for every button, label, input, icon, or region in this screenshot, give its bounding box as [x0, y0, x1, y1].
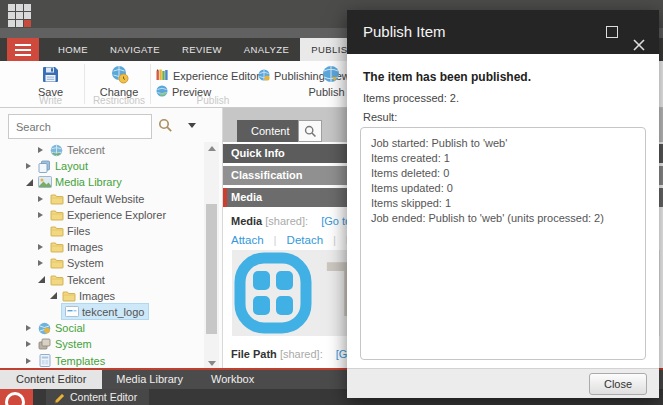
publish-message: The item has been published.	[363, 70, 531, 84]
save-button[interactable]: Save	[28, 64, 73, 98]
folder-icon	[49, 241, 64, 254]
publish-item-dialog: Publish Item The item has been published…	[347, 10, 659, 398]
editor-search-button[interactable]	[298, 120, 322, 142]
tree-item-tekcent-site[interactable]: Tekcent	[0, 142, 204, 158]
collapse-icon[interactable]	[38, 276, 49, 283]
scroll-up-icon[interactable]	[204, 142, 219, 155]
sitecore-circle-icon	[5, 392, 25, 405]
search-input[interactable]	[8, 114, 152, 139]
templates-icon	[37, 354, 52, 367]
content-tree: Tekcent Layout Media Library Default Web…	[0, 142, 204, 368]
folder-icon	[49, 273, 64, 286]
expand-icon[interactable]	[38, 260, 49, 266]
tree-search-row	[0, 112, 222, 142]
folder-icon	[49, 225, 64, 238]
tab-analyze[interactable]: ANALYZE	[233, 38, 300, 61]
log-line: Items updated: 0	[371, 181, 635, 196]
experience-editor-button[interactable]: Experience Editor	[156, 69, 260, 83]
tree-item-media-library[interactable]: Media Library	[0, 174, 204, 190]
selected-tree-item[interactable]: tekcent_logo	[62, 304, 148, 319]
tekcent-logo-image	[234, 252, 312, 334]
log-line: Items skipped: 1	[371, 196, 635, 211]
system-icon	[37, 338, 52, 351]
apptab-workbox[interactable]: Workbox	[197, 370, 268, 389]
close-button[interactable]: Close	[589, 373, 647, 395]
folder-icon	[61, 289, 76, 302]
attach-link[interactable]: Attach	[231, 234, 264, 246]
dialog-body: The item has been published. Items proce…	[347, 54, 659, 368]
tree-scrollbar[interactable]	[204, 142, 219, 370]
sitecore-start-button[interactable]	[0, 389, 33, 405]
apptab-media-library[interactable]: Media Library	[102, 370, 197, 389]
tree-item-system-folder[interactable]: System	[0, 255, 204, 271]
pencil-icon	[54, 392, 65, 405]
search-icon[interactable]	[158, 118, 173, 137]
preview-icon	[156, 85, 168, 99]
expand-icon[interactable]	[38, 196, 49, 202]
tree-item-system[interactable]: System	[0, 336, 204, 352]
dialog-footer: Close	[347, 368, 659, 398]
apptab-content-editor[interactable]: Content Editor	[0, 370, 102, 389]
expand-icon[interactable]	[38, 212, 49, 218]
tree-item-templates[interactable]: Templates	[0, 352, 204, 368]
expand-icon[interactable]	[26, 341, 37, 347]
save-icon	[28, 64, 73, 84]
expand-icon[interactable]	[26, 358, 37, 364]
expand-icon[interactable]	[26, 325, 37, 331]
layout-icon	[37, 160, 52, 173]
items-processed: Items processed: 2.	[363, 92, 459, 104]
publishing-viewer-icon	[258, 69, 270, 83]
tree-item-tekcent-folder[interactable]: Tekcent	[0, 272, 204, 288]
detach-link[interactable]: Detach	[287, 234, 323, 246]
tree-item-default-website[interactable]: Default Website	[0, 191, 204, 207]
collapse-icon[interactable]	[50, 292, 61, 299]
log-line: Items created: 1	[371, 151, 635, 166]
tab-navigate[interactable]: NAVIGATE	[99, 38, 171, 61]
result-label: Result:	[363, 111, 397, 123]
group-label-write: Write	[28, 95, 73, 106]
tree-item-tekcent-logo[interactable]: tekcent_logo	[0, 304, 204, 320]
close-icon[interactable]	[632, 25, 646, 39]
maximize-icon[interactable]	[606, 26, 618, 38]
tree-item-files[interactable]: Files	[0, 223, 204, 239]
tree-item-layout[interactable]: Layout	[0, 158, 204, 174]
tab-review[interactable]: REVIEW	[171, 38, 233, 61]
group-label-publish: Publish	[180, 95, 246, 106]
tree-item-social[interactable]: Social	[0, 320, 204, 336]
sitecore-content-editor: HOME NAVIGATE REVIEW ANALYZE PUBLISH VER…	[0, 0, 663, 405]
expand-icon[interactable]	[38, 244, 49, 250]
dialog-title: Publish Item	[363, 23, 446, 40]
content-tree-panel: Tekcent Layout Media Library Default Web…	[0, 108, 222, 368]
group-label-restrictions: Restrictions	[86, 95, 152, 106]
folder-icon	[49, 192, 64, 205]
sitecore-grid-logo-icon[interactable]	[8, 4, 31, 27]
log-line: Job started: Publish to 'web'	[371, 136, 635, 151]
image-file-icon	[64, 305, 79, 318]
expand-icon[interactable]	[38, 147, 49, 153]
folder-icon	[49, 257, 64, 270]
result-log: Job started: Publish to 'web' Items crea…	[360, 127, 646, 360]
tab-home[interactable]: HOME	[47, 38, 99, 61]
log-line: Items deleted: 0	[371, 166, 635, 181]
collapse-icon[interactable]	[26, 179, 37, 186]
hamburger-menu-icon[interactable]	[7, 38, 39, 61]
experience-editor-icon	[156, 69, 169, 83]
expand-icon[interactable]	[26, 163, 37, 169]
change-restrictions-button[interactable]: Change	[90, 64, 148, 98]
tree-item-experience-explorer[interactable]: Experience Explorer	[0, 207, 204, 223]
taskbar-item-content-editor[interactable]: Content Editor	[46, 389, 149, 405]
dialog-title-bar[interactable]: Publish Item	[347, 10, 659, 54]
folder-icon	[49, 208, 64, 221]
globe-icon	[49, 144, 64, 157]
search-options-caret-icon[interactable]	[188, 123, 196, 128]
scrollbar-thumb[interactable]	[206, 204, 217, 334]
log-line: Job ended: Publish to 'web' (units proce…	[371, 211, 635, 226]
tree-item-images-subfolder[interactable]: Images	[0, 288, 204, 304]
media-library-icon	[37, 176, 52, 189]
change-icon	[90, 64, 148, 84]
search-icon	[304, 125, 317, 138]
tab-content[interactable]: Content	[237, 120, 304, 142]
social-icon	[37, 322, 52, 335]
tree-item-images[interactable]: Images	[0, 239, 204, 255]
